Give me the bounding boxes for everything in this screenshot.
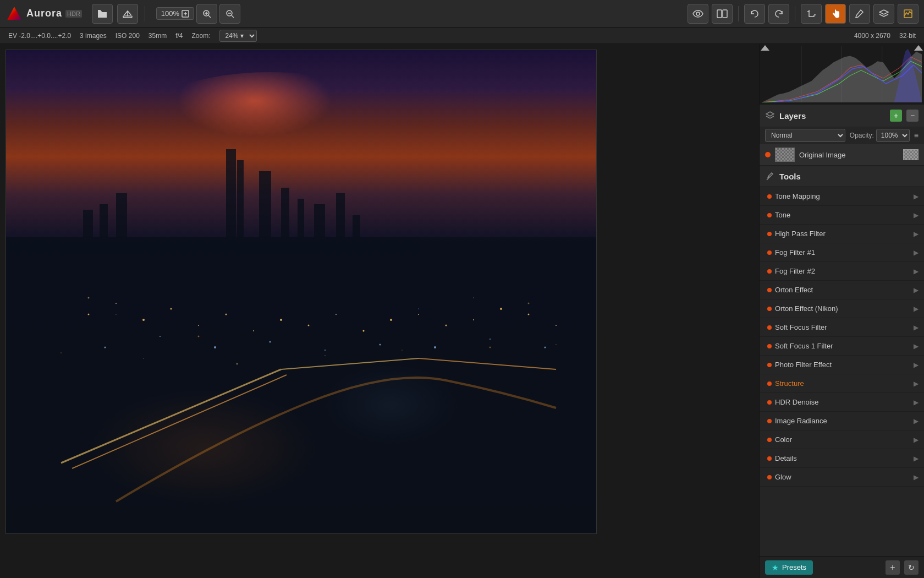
svg-point-45 (308, 325, 310, 326)
zoom-select[interactable]: 24% ▾ 100% 50% Fit (219, 30, 257, 42)
svg-point-62 (490, 339, 491, 340)
tool-name: Structure (775, 379, 911, 388)
svg-point-50 (446, 325, 447, 326)
tool-expand-arrow: ▶ (914, 324, 919, 331)
tool-item[interactable]: Structure ▶ (760, 374, 924, 393)
tool-item[interactable]: Orton Effect (Nikon) ▶ (760, 299, 924, 318)
histogram-button[interactable] (898, 4, 919, 24)
main-content: Layers + − Normal Opacity: 100% ≡ (0, 44, 924, 578)
open-button[interactable] (92, 4, 113, 24)
tool-item[interactable]: Soft Focus 1 Filter ▶ (760, 337, 924, 356)
tool-name: Tone (775, 211, 911, 219)
tool-item[interactable]: Fog Filter #2 ▶ (760, 262, 924, 281)
svg-point-20 (226, 298, 501, 463)
tool-item[interactable]: Details ▶ (760, 449, 924, 468)
svg-line-36 (419, 358, 556, 369)
svg-rect-29 (353, 215, 360, 259)
tool-item[interactable]: Tone Mapping ▶ (760, 187, 924, 206)
layers-menu-button[interactable]: ≡ (914, 131, 919, 140)
svg-rect-30 (116, 193, 127, 259)
tool-expand-arrow: ▶ (914, 436, 919, 444)
tool-name: Glow (775, 473, 911, 481)
svg-point-59 (324, 350, 326, 351)
eye-button[interactable] (688, 4, 708, 24)
tool-item[interactable]: Tone ▶ (760, 206, 924, 225)
presets-label: Presets (782, 563, 806, 571)
tool-expand-arrow: ▶ (914, 230, 919, 238)
layers-header: Layers + − (760, 105, 924, 127)
layer-name: Original Image (799, 151, 899, 159)
tool-expand-arrow: ▶ (914, 342, 919, 350)
tool-item[interactable]: Color ▶ (760, 430, 924, 449)
tool-item[interactable]: HDR Denoise ▶ (760, 393, 924, 412)
resolution-info: 4000 x 2670 (854, 32, 890, 40)
layer-tool-button[interactable] (873, 4, 894, 24)
compare-button[interactable] (712, 4, 733, 24)
focal-info: 35mm (148, 32, 167, 40)
layers-section: Layers + − Normal Opacity: 100% ≡ (760, 105, 924, 166)
hand-tool-button[interactable] (825, 4, 846, 24)
layer-thumb-pattern (776, 148, 794, 161)
tool-item[interactable]: Glow ▶ (760, 468, 924, 487)
svg-point-48 (390, 319, 392, 321)
svg-point-58 (270, 341, 271, 343)
svg-point-19 (50, 309, 435, 507)
svg-point-41 (198, 325, 199, 326)
tool-dot (767, 194, 772, 199)
blend-mode-select[interactable]: Normal (765, 129, 845, 142)
svg-marker-0 (7, 7, 21, 20)
svg-rect-22 (226, 149, 236, 259)
zoom-label: Zoom: (192, 32, 211, 40)
tool-item[interactable]: Image Radiance ▶ (760, 412, 924, 430)
tool-name: High Pass Filter (775, 230, 911, 238)
tool-item[interactable]: Orton Effect ▶ (760, 281, 924, 299)
svg-rect-32 (83, 210, 93, 259)
tool-expand-arrow: ▶ (914, 361, 919, 369)
layers-remove-button[interactable]: − (906, 110, 919, 122)
export-button[interactable] (117, 4, 138, 24)
layers-add-button[interactable]: + (890, 110, 902, 122)
svg-point-37 (88, 314, 90, 315)
svg-point-46 (336, 314, 337, 315)
svg-rect-23 (237, 160, 244, 259)
tools-section: Tools Tone Mapping ▶ Tone ▶ High Pass Fi… (760, 166, 924, 556)
tool-dot (767, 232, 772, 236)
tool-item[interactable]: High Pass Filter ▶ (760, 225, 924, 243)
tool-name: Details (775, 454, 911, 462)
presets-add-button[interactable]: + (886, 560, 900, 575)
zoom-display[interactable]: 100% (156, 7, 194, 20)
undo-button[interactable] (744, 4, 765, 24)
tool-expand-arrow: ▶ (914, 268, 919, 275)
tool-item[interactable]: Photo Filter Effect ▶ (760, 356, 924, 374)
zoom-controls: 100% (156, 4, 240, 24)
svg-point-40 (170, 308, 172, 310)
tool-dot (767, 288, 772, 292)
svg-point-18 (116, 72, 424, 215)
tools-icon (765, 172, 775, 182)
layer-mask-thumbnail (903, 149, 919, 160)
image-container[interactable] (6, 50, 597, 534)
crop-button[interactable] (801, 4, 822, 24)
presets-button[interactable]: ★ Presets (765, 560, 813, 575)
pen-tool-button[interactable] (849, 4, 870, 24)
tool-dot (767, 456, 772, 461)
svg-point-63 (544, 347, 546, 348)
redo-button[interactable] (768, 4, 789, 24)
images-info: 3 images (80, 32, 107, 40)
svg-line-33 (61, 369, 281, 463)
layer-row[interactable]: Original Image (760, 144, 924, 166)
tool-dot (767, 344, 772, 348)
zoom-in-button[interactable] (196, 4, 217, 24)
opacity-label: Opacity: (850, 132, 874, 139)
layer-visibility-dot (765, 152, 771, 157)
tool-item[interactable]: Fog Filter #1 ▶ (760, 243, 924, 262)
svg-marker-69 (766, 112, 774, 116)
opacity-select[interactable]: 100% (876, 129, 910, 142)
tool-expand-arrow: ▶ (914, 249, 919, 257)
tool-item[interactable]: Soft Focus Filter ▶ (760, 318, 924, 337)
canvas-area[interactable] (0, 44, 759, 578)
svg-point-61 (434, 346, 436, 348)
svg-point-51 (473, 319, 474, 320)
presets-refresh-button[interactable]: ↻ (904, 560, 919, 575)
zoom-out-button[interactable] (219, 4, 240, 24)
